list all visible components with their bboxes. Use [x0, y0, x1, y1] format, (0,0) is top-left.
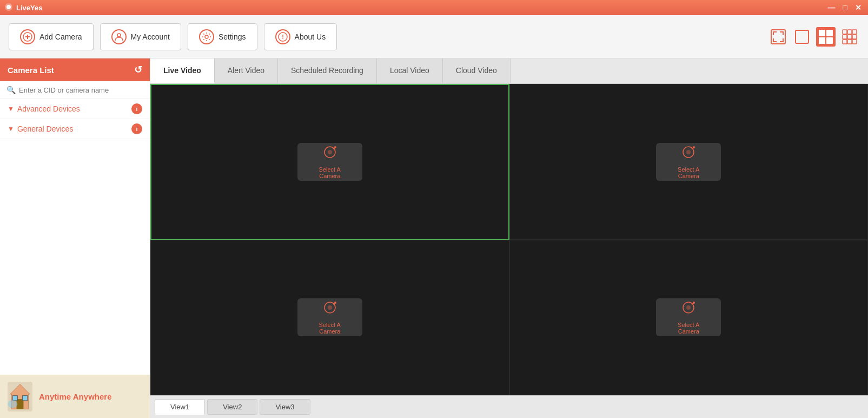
bottom-tab-view2[interactable]: View2 — [207, 399, 257, 415]
select-camera-label-3: Select A Camera — [308, 322, 352, 335]
titlebar-left: LiveYes — [4, 3, 42, 13]
svg-point-35 — [686, 150, 691, 154]
svg-point-6 — [205, 35, 208, 38]
svg-rect-19 — [847, 35, 852, 39]
svg-point-39 — [328, 305, 332, 310]
camera-plus-icon-4 — [681, 300, 696, 318]
tab-live-video[interactable]: Live Video — [150, 58, 215, 83]
toolbar-buttons: Add Camera My Account Settings — [9, 23, 337, 50]
svg-rect-15 — [843, 30, 847, 34]
svg-rect-20 — [852, 35, 857, 39]
select-camera-btn-3[interactable]: Select A Camera — [297, 298, 362, 336]
main-layout: Camera List ↺ 🔍 ▼ Advanced Devices i ▼ G… — [0, 58, 868, 418]
svg-rect-16 — [847, 30, 852, 34]
search-icon: 🔍 — [6, 86, 16, 94]
my-account-label: My Account — [131, 32, 170, 41]
sidebar-banner: Anytime Anywhere — [0, 375, 150, 418]
bottom-tab-view3[interactable]: View3 — [260, 399, 310, 415]
quad-view-button[interactable] — [816, 27, 836, 47]
svg-text:!: ! — [282, 34, 284, 40]
close-button[interactable]: ✕ — [853, 3, 864, 12]
svg-rect-28 — [23, 395, 28, 400]
general-devices-info-icon[interactable]: i — [131, 123, 142, 134]
video-cell-4[interactable]: Select A Camera — [509, 240, 869, 396]
add-camera-icon — [20, 29, 35, 44]
select-camera-label-1: Select A Camera — [308, 166, 352, 179]
video-cell-2[interactable]: Select A Camera — [509, 84, 869, 240]
toolbar-view-controls — [768, 27, 859, 47]
svg-point-45 — [693, 302, 695, 304]
grid-view-button[interactable] — [840, 27, 859, 47]
search-input[interactable] — [19, 86, 143, 94]
general-devices-group[interactable]: ▼ General Devices i — [0, 119, 150, 139]
bottom-tabs: View1 View2 View3 — [150, 395, 868, 418]
add-camera-label: Add Camera — [39, 32, 82, 41]
select-camera-btn-2[interactable]: Select A Camera — [656, 143, 721, 181]
video-cell-1[interactable]: Select A Camera — [150, 84, 509, 240]
svg-rect-22 — [847, 40, 852, 44]
advanced-devices-info-icon[interactable]: i — [131, 103, 142, 114]
camera-plus-icon-3 — [322, 300, 337, 318]
add-camera-button[interactable]: Add Camera — [9, 23, 94, 50]
titlebar: LiveYes — □ ✕ — [0, 0, 868, 15]
toolbar: Add Camera My Account Settings — [0, 15, 868, 58]
minimize-button[interactable]: — — [826, 3, 838, 12]
svg-rect-14 — [826, 37, 833, 44]
about-us-icon: ! — [275, 29, 290, 44]
svg-point-29 — [8, 400, 17, 408]
tab-cloud-video[interactable]: Cloud Video — [443, 58, 511, 83]
camera-search-bar: 🔍 — [0, 81, 150, 99]
refresh-icon[interactable]: ↺ — [134, 64, 142, 76]
settings-icon — [199, 29, 214, 44]
settings-button[interactable]: Settings — [188, 23, 257, 50]
svg-point-33 — [334, 146, 336, 148]
tab-scheduled-recording[interactable]: Scheduled Recording — [278, 58, 377, 83]
sidebar: Camera List ↺ 🔍 ▼ Advanced Devices i ▼ G… — [0, 58, 150, 418]
sidebar-banner-text: Anytime Anywhere — [39, 392, 111, 401]
titlebar-controls[interactable]: — □ ✕ — [826, 3, 864, 12]
video-cell-3[interactable]: Select A Camera — [150, 240, 509, 396]
tabs-bar: Live Video Alert Video Scheduled Recordi… — [150, 58, 868, 84]
my-account-icon — [111, 29, 127, 44]
single-view-button[interactable] — [792, 27, 812, 47]
maximize-button[interactable]: □ — [841, 3, 850, 12]
camera-list-title: Camera List — [8, 66, 54, 75]
tab-alert-video[interactable]: Alert Video — [215, 58, 278, 83]
svg-rect-27 — [12, 395, 17, 400]
app-logo-icon — [4, 3, 13, 13]
about-us-button[interactable]: ! About Us — [264, 23, 337, 50]
tab-local-video[interactable]: Local Video — [377, 58, 443, 83]
svg-point-5 — [117, 34, 121, 37]
svg-rect-12 — [826, 30, 833, 36]
select-camera-btn-1[interactable]: Select A Camera — [297, 143, 362, 181]
settings-label: Settings — [218, 32, 246, 41]
fullscreen-view-button[interactable] — [768, 27, 788, 47]
select-camera-btn-4[interactable]: Select A Camera — [656, 298, 721, 336]
svg-rect-10 — [796, 30, 809, 43]
general-devices-label: General Devices — [17, 125, 74, 133]
svg-rect-17 — [852, 30, 857, 34]
svg-point-41 — [334, 302, 336, 304]
chevron-down-icon: ▼ — [8, 125, 14, 133]
camera-plus-icon-2 — [681, 145, 696, 163]
advanced-devices-group[interactable]: ▼ Advanced Devices i — [0, 99, 150, 119]
svg-point-31 — [328, 150, 332, 154]
video-grid: Select A Camera Select A Camera — [150, 84, 868, 395]
content-area: Live Video Alert Video Scheduled Recordi… — [150, 58, 868, 418]
svg-point-43 — [686, 305, 691, 310]
advanced-devices-label: Advanced Devices — [17, 104, 80, 113]
svg-rect-13 — [819, 37, 825, 44]
about-us-label: About Us — [295, 32, 326, 41]
select-camera-label-4: Select A Camera — [667, 322, 710, 335]
house-icon — [6, 382, 34, 412]
camera-plus-icon-1 — [322, 145, 337, 163]
camera-list-header: Camera List ↺ — [0, 58, 150, 81]
svg-rect-23 — [852, 40, 857, 44]
svg-rect-11 — [819, 30, 825, 36]
svg-rect-21 — [843, 40, 847, 44]
my-account-button[interactable]: My Account — [100, 23, 181, 50]
app-title: LiveYes — [16, 4, 42, 12]
chevron-down-icon: ▼ — [8, 105, 14, 113]
svg-rect-18 — [843, 35, 847, 39]
bottom-tab-view1[interactable]: View1 — [155, 399, 205, 415]
